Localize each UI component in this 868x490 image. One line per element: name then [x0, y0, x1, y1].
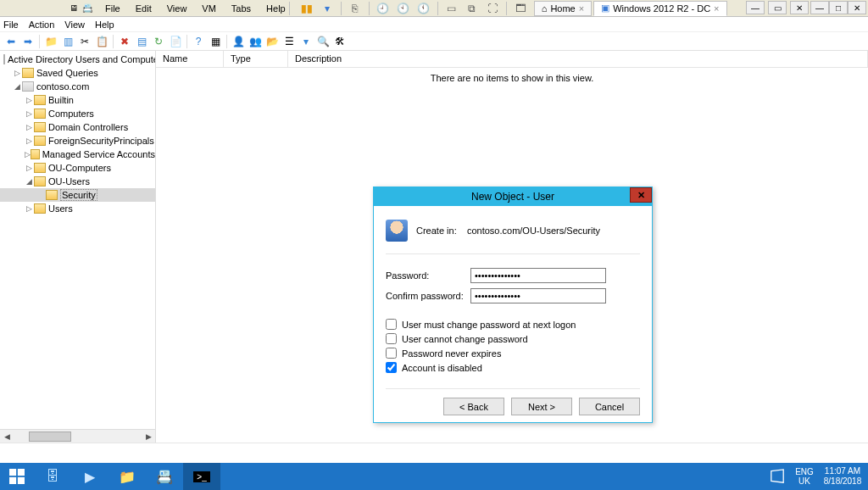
cancel-button[interactable]: Cancel: [579, 398, 640, 415]
clock2-icon[interactable]: 🕙: [397, 2, 410, 15]
task-aduc[interactable]: 📇: [146, 463, 183, 490]
cut-icon[interactable]: ✂: [77, 34, 92, 49]
col-type[interactable]: Type: [224, 51, 288, 67]
tree-security[interactable]: Security: [0, 188, 155, 202]
tree-computers[interactable]: ▷ Computers: [0, 107, 155, 120]
new-user-icon[interactable]: 👤: [231, 34, 246, 49]
dialog-titlebar[interactable]: New Object - User ✕: [374, 187, 652, 206]
delete-icon[interactable]: ✖: [117, 34, 132, 49]
close-icon[interactable]: ×: [579, 3, 584, 14]
new-group-icon[interactable]: 👥: [248, 34, 263, 49]
mmc-menu-action[interactable]: Action: [29, 19, 55, 30]
unity-icon[interactable]: ⧉: [465, 2, 479, 15]
tree-msa[interactable]: ▷ Managed Service Accounts: [0, 148, 155, 161]
scroll-thumb[interactable]: [29, 432, 71, 442]
vm-menu-help[interactable]: Help: [263, 2, 289, 15]
properties-icon[interactable]: ▤: [134, 34, 149, 49]
window-icon[interactable]: 🗔: [514, 2, 527, 15]
new-ou-icon[interactable]: 📂: [264, 34, 280, 49]
clock3-icon[interactable]: 🕚: [417, 2, 431, 15]
scroll-left-icon[interactable]: ◀: [0, 431, 14, 443]
collapse-icon[interactable]: ◢: [12, 82, 22, 91]
expand-icon[interactable]: ▷: [24, 96, 34, 104]
search-icon[interactable]: 🔍: [315, 34, 331, 49]
scroll-right-icon[interactable]: ▶: [142, 431, 155, 443]
tree-users[interactable]: ▷ Users: [0, 202, 155, 215]
task-explorer[interactable]: 📁: [108, 463, 146, 490]
forward-icon[interactable]: ➡: [20, 34, 36, 49]
chk-never-expires[interactable]: [386, 348, 397, 359]
mmc-menu-file[interactable]: File: [3, 19, 19, 30]
vm-menu-vm[interactable]: VM: [198, 2, 220, 15]
dropdown-icon[interactable]: ▾: [320, 2, 334, 15]
pause-icon[interactable]: ▮▮: [300, 2, 314, 15]
tree-hscrollbar[interactable]: ◀ ▶: [0, 429, 155, 443]
vm-tab-dc[interactable]: ▣ Windows 2012 R2 - DC ×: [593, 1, 726, 16]
vm-tab-home[interactable]: ⌂ Home ×: [534, 1, 592, 16]
paste-icon[interactable]: 📋: [94, 34, 109, 49]
back-icon[interactable]: ⬅: [3, 34, 19, 49]
expand-icon[interactable]: ▷: [24, 204, 34, 213]
chk-cannot-change[interactable]: [386, 333, 397, 344]
expand-icon[interactable]: ▷: [24, 109, 34, 118]
task-server-manager[interactable]: 🗄: [34, 463, 71, 490]
tree-ou-users[interactable]: ◢ OU-Users: [0, 175, 155, 188]
action-center-icon[interactable]: [770, 469, 785, 484]
chk-must-change[interactable]: [386, 319, 397, 330]
vm-menu-tabs[interactable]: Tabs: [228, 2, 254, 15]
tree-pane[interactable]: Active Directory Users and Computers [W …: [0, 51, 156, 443]
expand-icon[interactable]: ▷: [24, 150, 31, 159]
vm-menu-file[interactable]: File: [102, 2, 124, 15]
chk-account-disabled[interactable]: [386, 362, 397, 373]
tree-domain-controllers[interactable]: ▷ Domain Controllers: [0, 120, 155, 134]
expand-icon[interactable]: ▷: [24, 164, 34, 172]
start-button[interactable]: [0, 463, 34, 490]
tree-saved-queries[interactable]: ▷ Saved Queries: [0, 66, 155, 80]
tray-clock[interactable]: 11:07 AM 8/18/2018: [817, 466, 868, 487]
up-icon[interactable]: 📁: [43, 34, 58, 49]
password-input[interactable]: [470, 268, 606, 283]
mmc-menu-help[interactable]: Help: [95, 19, 114, 30]
tree-builtin[interactable]: ▷ Builtin: [0, 93, 155, 107]
tree-ou-computers[interactable]: ▷ OU-Computers: [0, 161, 155, 175]
guest-minimize-button[interactable]: —: [746, 1, 765, 14]
close-icon[interactable]: ×: [714, 3, 719, 14]
guest-restore-button[interactable]: ▭: [768, 1, 787, 14]
tree-root[interactable]: Active Directory Users and Computers [W: [0, 53, 155, 66]
find-icon[interactable]: ▦: [208, 34, 223, 49]
next-button[interactable]: Next >: [511, 398, 572, 415]
show-hide-icon[interactable]: ▥: [60, 34, 75, 49]
tray-language[interactable]: ENG UK: [792, 467, 817, 486]
snapshot-icon[interactable]: ⎘: [348, 2, 362, 15]
back-button[interactable]: < Back: [443, 398, 504, 415]
col-name[interactable]: Name: [156, 51, 224, 67]
tree-fsp[interactable]: ▷ ForeignSecurityPrincipals: [0, 134, 155, 148]
host-minimize-button[interactable]: —: [810, 1, 829, 14]
collapse-icon[interactable]: ◢: [24, 177, 34, 186]
guest-close-button[interactable]: ✕: [790, 1, 809, 14]
host-close-button[interactable]: ✕: [848, 1, 866, 14]
expand-icon[interactable]: ▷: [24, 136, 34, 145]
filter-icon[interactable]: ☰: [281, 34, 297, 49]
task-cmd[interactable]: >_: [183, 463, 220, 490]
refresh-icon[interactable]: ↻: [151, 34, 166, 49]
fit-icon[interactable]: ▭: [445, 2, 459, 15]
tree-domain[interactable]: ◢ contoso.com: [0, 80, 155, 93]
fullscreen-icon[interactable]: ⛶: [486, 2, 499, 15]
filter2-icon[interactable]: ▾: [298, 34, 314, 49]
task-powershell[interactable]: ▶: [71, 463, 108, 490]
dialog-close-button[interactable]: ✕: [630, 187, 652, 203]
expand-icon[interactable]: ▷: [12, 69, 22, 77]
mmc-menu-view[interactable]: View: [64, 19, 85, 30]
confirm-password-input[interactable]: [470, 288, 606, 303]
col-desc[interactable]: Description: [288, 51, 868, 67]
folder-icon: [34, 122, 46, 132]
tool-icon[interactable]: 🛠: [332, 34, 348, 49]
help-icon[interactable]: ?: [191, 34, 206, 49]
vm-menu-edit[interactable]: Edit: [132, 2, 155, 15]
expand-icon[interactable]: ▷: [24, 123, 34, 131]
vm-menu-view[interactable]: View: [164, 2, 191, 15]
clock1-icon[interactable]: 🕘: [376, 2, 390, 15]
export-icon[interactable]: 📄: [168, 34, 183, 49]
host-maximize-button[interactable]: □: [829, 1, 848, 14]
